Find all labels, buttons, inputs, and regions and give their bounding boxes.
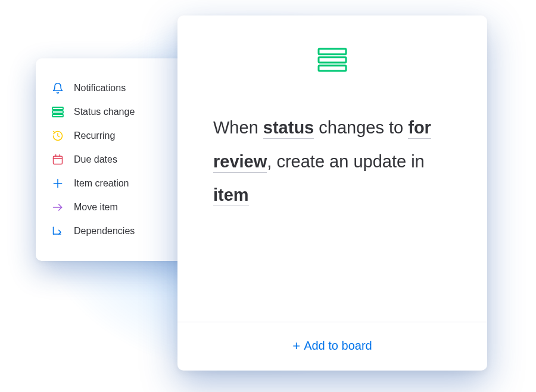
automation-rule-card: When status changes to for review, creat…	[177, 15, 487, 371]
sidebar-item-label: Due dates	[74, 154, 117, 165]
sidebar-item-dependencies[interactable]: Dependencies	[51, 219, 175, 243]
dependencies-icon	[51, 225, 64, 238]
add-to-board-label: Add to board	[304, 339, 372, 353]
sidebar-item-due-dates[interactable]: Due dates	[51, 148, 175, 172]
rule-text-part: When	[213, 118, 263, 137]
rule-text-part: changes to	[314, 118, 408, 137]
svg-rect-12	[319, 49, 346, 54]
arrow-right-icon	[51, 201, 64, 214]
sidebar-item-label: Notifications	[74, 83, 126, 94]
svg-rect-13	[319, 57, 346, 63]
sidebar-item-item-creation[interactable]: Item creation	[51, 172, 175, 195]
sidebar-item-recurring[interactable]: Recurring	[51, 124, 175, 148]
rule-body: When status changes to for review, creat…	[177, 15, 487, 322]
sidebar-item-label: Status change	[74, 107, 135, 117]
sidebar-item-label: Recurring	[74, 130, 115, 141]
card-footer: + Add to board	[177, 322, 487, 371]
status-bars-icon	[51, 105, 64, 119]
sidebar-item-label: Move item	[74, 202, 118, 213]
svg-rect-0	[52, 107, 63, 110]
rule-field-target[interactable]: item	[213, 185, 249, 206]
calendar-icon	[51, 153, 64, 166]
svg-rect-3	[54, 156, 63, 164]
sidebar-item-label: Dependencies	[74, 226, 135, 237]
bell-icon	[51, 82, 64, 95]
sidebar-item-notifications[interactable]: Notifications	[51, 76, 175, 100]
svg-rect-1	[52, 111, 63, 113]
rule-sentence: When status changes to for review, creat…	[213, 111, 451, 212]
rule-field-status[interactable]: status	[263, 118, 314, 139]
rule-text-part: , create an update in	[267, 152, 424, 171]
recurring-icon	[51, 129, 64, 142]
svg-rect-2	[52, 114, 63, 117]
sidebar-item-label: Item creation	[74, 178, 129, 189]
status-bars-icon	[317, 48, 347, 75]
plus-icon: +	[292, 340, 300, 353]
automation-categories-sidebar: Notifications Status change Recurrin	[36, 58, 191, 261]
sidebar-item-move-item[interactable]: Move item	[51, 195, 175, 219]
svg-rect-14	[319, 66, 346, 71]
sidebar-item-status-change[interactable]: Status change	[51, 100, 175, 124]
add-to-board-button[interactable]: + Add to board	[292, 339, 372, 353]
plus-icon	[51, 177, 64, 190]
